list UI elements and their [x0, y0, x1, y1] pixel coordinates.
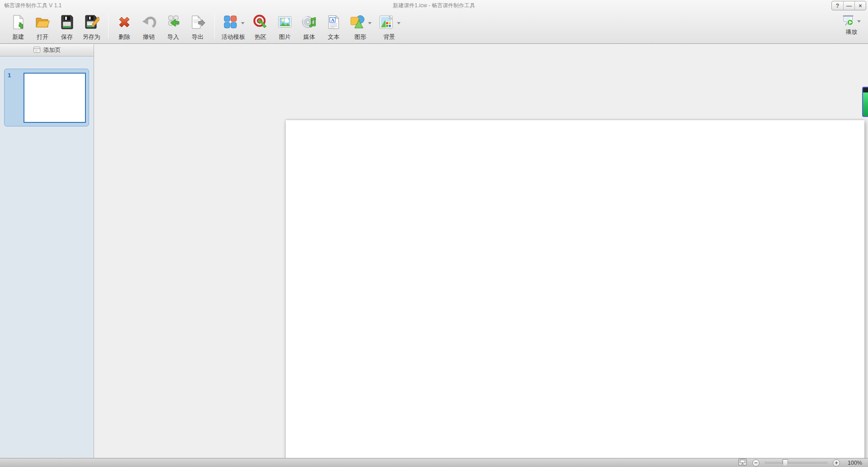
toolbar-open-button[interactable]: 打开 — [31, 13, 54, 42]
editor-workspace — [94, 44, 868, 458]
toolbar-import-button[interactable]: 导入 — [161, 13, 185, 42]
toolbar-separator — [108, 14, 108, 38]
zoom-in-button[interactable]: + — [833, 459, 840, 467]
fit-page-button[interactable] — [738, 458, 747, 467]
toolbar-text-button[interactable]: A 文本 — [322, 13, 345, 42]
toolbar-shapes-label: 图形 — [354, 33, 366, 41]
page-list-sidebar: 添加页 1 — [0, 44, 94, 458]
panel-handle-bar — [863, 92, 868, 116]
toolbar-media-button[interactable]: 媒体 — [297, 13, 321, 42]
toolbar-image-label: 图片 — [279, 33, 291, 41]
import-icon — [165, 14, 181, 32]
canvas-page[interactable] — [286, 120, 864, 467]
statusbar: − + 100% — [0, 458, 868, 467]
new-file-icon — [10, 14, 26, 32]
toolbar-text-label: 文本 — [328, 33, 340, 41]
add-page-button[interactable]: 添加页 — [0, 44, 94, 56]
image-icon — [277, 14, 293, 32]
shapes-dropdown-arrow-icon[interactable] — [368, 22, 372, 24]
application-window: 畅言课件制作工具 V 1.1 新建课件1.icw - 畅言课件制作工具 ? — … — [0, 0, 868, 467]
delete-icon — [116, 14, 132, 32]
toolbar-media-label: 媒体 — [303, 33, 315, 41]
toolbar-open-label: 打开 — [37, 33, 48, 41]
toolbar-saveas-label: 另存为 — [83, 33, 100, 41]
media-icon — [301, 14, 317, 32]
fit-page-icon — [738, 458, 747, 467]
export-icon — [189, 14, 206, 32]
background-icon — [378, 14, 394, 32]
toolbar-template-label: 活动模板 — [222, 33, 245, 41]
toolbar-template-button[interactable]: 活动模板 — [219, 13, 248, 42]
toolbar-undo-button[interactable]: 撤销 — [137, 13, 160, 42]
toolbar-save-button[interactable]: 保存 — [55, 13, 79, 42]
toolbar-delete-label: 删除 — [118, 33, 130, 41]
zoom-slider-thumb[interactable] — [783, 459, 788, 467]
document-title: 新建课件1.icw - 畅言课件制作工具 — [0, 0, 868, 11]
toolbar-separator — [214, 14, 215, 38]
zoom-out-button[interactable]: − — [752, 459, 760, 467]
toolbar-play-label: 播放 — [846, 28, 858, 36]
activity-template-icon — [222, 14, 238, 32]
minimize-button[interactable]: — — [843, 1, 854, 10]
close-button[interactable]: × — [854, 1, 866, 10]
toolbar-new-label: 新建 — [12, 33, 24, 41]
toolbar-undo-label: 撤销 — [143, 33, 155, 41]
zoom-level: 100% — [846, 460, 862, 466]
add-page-icon — [33, 46, 41, 55]
collapsed-panel-handle[interactable] — [862, 87, 868, 117]
toolbar-hotzone-label: 热区 — [255, 33, 266, 41]
window-controls: ? — × — [831, 1, 866, 10]
open-folder-icon — [34, 14, 51, 32]
toolbar-export-button[interactable]: 导出 — [186, 13, 209, 42]
background-dropdown-arrow-icon[interactable] — [397, 22, 401, 24]
toolbar-saveas-button[interactable]: 另存为 — [80, 13, 103, 42]
shapes-icon — [349, 14, 365, 32]
toolbar-import-label: 导入 — [167, 33, 179, 41]
text-icon: A — [326, 14, 342, 32]
page-thumbnail-preview — [24, 73, 86, 123]
titlebar[interactable]: 畅言课件制作工具 V 1.1 新建课件1.icw - 畅言课件制作工具 ? — … — [0, 0, 868, 11]
toolbar-background-button[interactable]: 背景 — [375, 13, 403, 42]
toolbar-hotzone-button[interactable]: 热区 — [249, 13, 272, 42]
save-icon — [59, 14, 75, 32]
template-dropdown-arrow-icon[interactable] — [241, 22, 245, 24]
undo-icon — [141, 14, 157, 32]
svg-text:A: A — [331, 18, 335, 23]
save-as-icon — [83, 14, 99, 32]
top-chrome: 畅言课件制作工具 V 1.1 新建课件1.icw - 畅言课件制作工具 ? — … — [0, 0, 868, 44]
toolbar-background-label: 背景 — [383, 33, 395, 41]
toolbar-export-label: 导出 — [192, 33, 203, 41]
page-thumbnail[interactable]: 1 — [4, 69, 89, 126]
zoom-slider[interactable] — [764, 462, 828, 463]
main-toolbar: 新建 打开 — [0, 12, 868, 43]
toolbar-delete-button[interactable]: 删除 — [113, 13, 136, 42]
toolbar-image-button[interactable]: 图片 — [273, 13, 297, 42]
toolbar-save-label: 保存 — [61, 33, 73, 41]
toolbar-play-button[interactable]: 播放 — [842, 15, 861, 36]
toolbar-shapes-button[interactable]: 图形 — [346, 13, 374, 42]
add-page-label: 添加页 — [43, 46, 61, 54]
play-icon — [842, 14, 854, 28]
play-dropdown-arrow-icon[interactable] — [857, 20, 861, 23]
page-number: 1 — [8, 72, 11, 79]
hotzone-icon — [252, 14, 269, 32]
help-button[interactable]: ? — [832, 1, 843, 10]
panel-handle-cap — [863, 88, 868, 92]
toolbar-new-button[interactable]: 新建 — [6, 13, 30, 42]
